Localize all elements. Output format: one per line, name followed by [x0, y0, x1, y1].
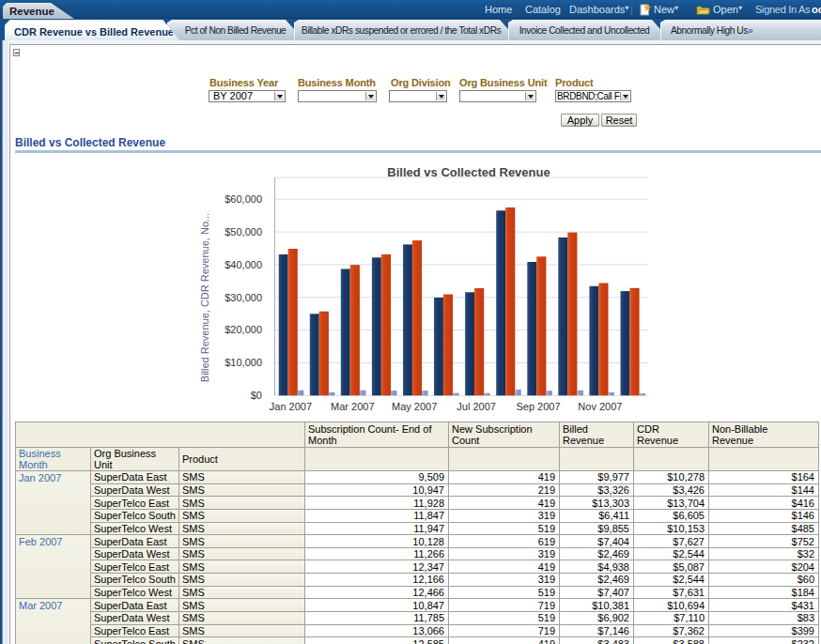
svg-text:Billed Revenue, CDR Revenue, N: Billed Revenue, CDR Revenue, No...	[199, 213, 210, 382]
svg-text:May 2007: May 2007	[392, 401, 437, 412]
svg-text:$0: $0	[251, 390, 262, 401]
svg-text:Jan 2007: Jan 2007	[270, 401, 312, 412]
svg-text:$20,000: $20,000	[225, 324, 262, 335]
svg-text:$50,000: $50,000	[225, 226, 262, 238]
svg-text:Nov 2007: Nov 2007	[578, 401, 622, 412]
svg-text:Mar 2007: Mar 2007	[331, 401, 374, 412]
svg-text:$30,000: $30,000	[225, 292, 262, 303]
svg-text:Jul 2007: Jul 2007	[457, 401, 496, 412]
svg-text:$40,000: $40,000	[225, 259, 262, 270]
svg-text:$60,000: $60,000	[225, 193, 262, 205]
svg-text:Sep 2007: Sep 2007	[516, 401, 560, 412]
svg-text:$10,000: $10,000	[225, 357, 262, 368]
